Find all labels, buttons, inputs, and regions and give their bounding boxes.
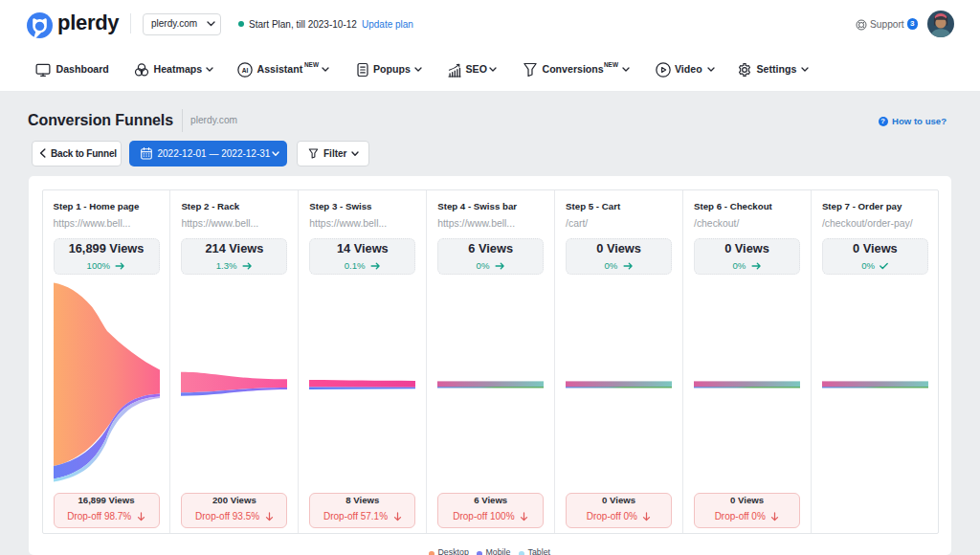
- svg-text:AI: AI: [242, 67, 249, 74]
